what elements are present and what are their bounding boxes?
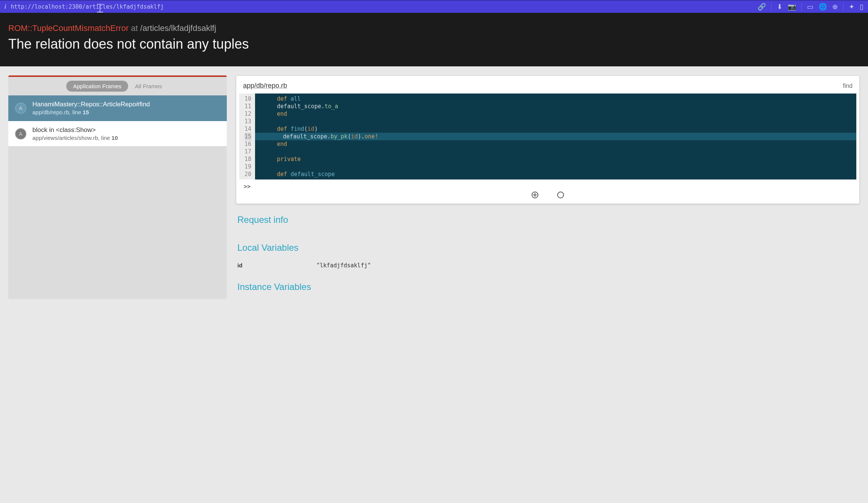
code-scope: find bbox=[843, 83, 853, 89]
browser-url[interactable]: http://localhost:2300/articles/lkfadjfds… bbox=[11, 3, 753, 10]
error-path: /articles/lkfadjfdsaklfj bbox=[140, 23, 216, 33]
instance-variables-section: Instance Variables bbox=[236, 282, 860, 299]
error-class: ROM::TupleCountMismatchError bbox=[8, 23, 128, 33]
local-variable-row: id"lkfadjfdsaklfj" bbox=[237, 260, 858, 271]
local-variables-title: Local Variables bbox=[237, 242, 858, 253]
frame-badge: A bbox=[15, 128, 26, 140]
frame-location: app/db/repo.rb, line 15 bbox=[32, 109, 220, 115]
repl-controls bbox=[239, 192, 856, 201]
crosshair-icon[interactable] bbox=[532, 192, 538, 198]
circle-icon[interactable] bbox=[557, 192, 564, 198]
camera-icon[interactable]: 📷 bbox=[788, 3, 796, 11]
error-header: ROM::TupleCountMismatchError at /article… bbox=[0, 13, 868, 66]
browser-address-bar: i http://localhost:2300/articles/lkfadjf… bbox=[0, 0, 868, 13]
globe-icon[interactable]: 🌐 bbox=[819, 3, 827, 11]
var-value: "lkfadjfdsaklfj" bbox=[316, 262, 371, 269]
stack-frame[interactable]: A HanamiMastery::Repos::ArticleRepo#find… bbox=[8, 95, 227, 121]
code-box: app/db/repo.rb find 10111213141516171819… bbox=[236, 75, 860, 204]
frames-panel: Application Frames All Frames A HanamiMa… bbox=[8, 75, 227, 299]
divider bbox=[843, 3, 844, 11]
frame-location: app/views/articles/show.rb, line 10 bbox=[32, 135, 220, 141]
var-name: id bbox=[237, 262, 316, 269]
tab-all-frames[interactable]: All Frames bbox=[128, 81, 169, 92]
window-icon[interactable]: ▭ bbox=[807, 3, 813, 11]
instance-variables-title: Instance Variables bbox=[237, 282, 858, 292]
request-info-section: Request info bbox=[236, 215, 860, 232]
code-editor[interactable]: 1011121314151617181920 def alldefault_sc… bbox=[239, 94, 856, 179]
frame-badge: A bbox=[15, 103, 26, 114]
code-file-path[interactable]: app/db/repo.rb bbox=[243, 82, 287, 90]
panel-icon[interactable]: ▯ bbox=[860, 3, 863, 11]
target-icon[interactable]: ⊕ bbox=[832, 3, 838, 11]
frames-tabs: Application Frames All Frames bbox=[8, 77, 227, 95]
stack-frame[interactable]: A block in <class:Show> app/views/articl… bbox=[8, 121, 227, 147]
tab-app-frames[interactable]: Application Frames bbox=[66, 81, 128, 92]
frame-title: block in <class:Show> bbox=[32, 126, 220, 134]
divider bbox=[771, 3, 772, 11]
repl-prompt-symbol: >> bbox=[244, 183, 251, 190]
error-at-label: at bbox=[131, 23, 138, 33]
extension-icon[interactable]: ✦ bbox=[849, 3, 854, 11]
info-icon[interactable]: i bbox=[5, 3, 6, 10]
local-variables-section: Local Variables id"lkfadjfdsaklfj" bbox=[236, 242, 860, 271]
repl-input[interactable] bbox=[253, 183, 852, 190]
error-message: The relation does not contain any tuples bbox=[8, 36, 860, 52]
divider bbox=[801, 3, 802, 11]
download-icon[interactable]: ⬇ bbox=[777, 3, 782, 11]
frame-title: HanamiMastery::Repos::ArticleRepo#find bbox=[32, 101, 220, 108]
request-info-title: Request info bbox=[237, 215, 858, 225]
link-icon[interactable]: 🔗 bbox=[758, 3, 766, 11]
